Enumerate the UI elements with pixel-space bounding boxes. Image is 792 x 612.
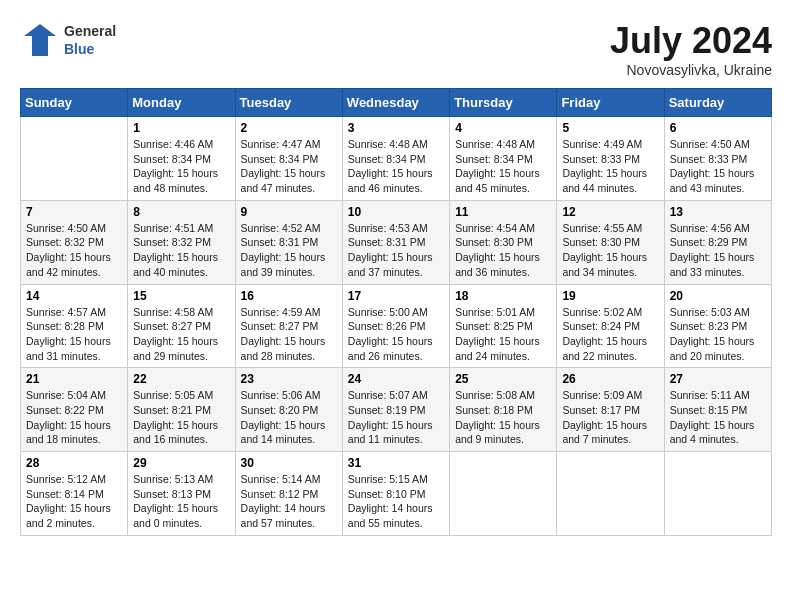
- month-title: July 2024: [610, 20, 772, 62]
- day-info: Sunrise: 4:53 AM Sunset: 8:31 PM Dayligh…: [348, 221, 444, 280]
- day-number: 16: [241, 289, 337, 303]
- day-number: 9: [241, 205, 337, 219]
- calendar-week-row: 21Sunrise: 5:04 AM Sunset: 8:22 PM Dayli…: [21, 368, 772, 452]
- calendar-cell: 3Sunrise: 4:48 AM Sunset: 8:34 PM Daylig…: [342, 117, 449, 201]
- day-info: Sunrise: 5:08 AM Sunset: 8:18 PM Dayligh…: [455, 388, 551, 447]
- calendar-cell: 12Sunrise: 4:55 AM Sunset: 8:30 PM Dayli…: [557, 200, 664, 284]
- column-header-friday: Friday: [557, 89, 664, 117]
- calendar-cell: 7Sunrise: 4:50 AM Sunset: 8:32 PM Daylig…: [21, 200, 128, 284]
- calendar-week-row: 7Sunrise: 4:50 AM Sunset: 8:32 PM Daylig…: [21, 200, 772, 284]
- logo-container: General Blue: [20, 20, 116, 60]
- calendar-cell: 10Sunrise: 4:53 AM Sunset: 8:31 PM Dayli…: [342, 200, 449, 284]
- calendar-cell: 22Sunrise: 5:05 AM Sunset: 8:21 PM Dayli…: [128, 368, 235, 452]
- day-number: 10: [348, 205, 444, 219]
- calendar-cell: 21Sunrise: 5:04 AM Sunset: 8:22 PM Dayli…: [21, 368, 128, 452]
- calendar-cell: 20Sunrise: 5:03 AM Sunset: 8:23 PM Dayli…: [664, 284, 771, 368]
- day-info: Sunrise: 4:54 AM Sunset: 8:30 PM Dayligh…: [455, 221, 551, 280]
- calendar-cell: 30Sunrise: 5:14 AM Sunset: 8:12 PM Dayli…: [235, 452, 342, 536]
- day-info: Sunrise: 5:14 AM Sunset: 8:12 PM Dayligh…: [241, 472, 337, 531]
- column-header-wednesday: Wednesday: [342, 89, 449, 117]
- day-number: 6: [670, 121, 766, 135]
- day-info: Sunrise: 5:07 AM Sunset: 8:19 PM Dayligh…: [348, 388, 444, 447]
- calendar-cell: 8Sunrise: 4:51 AM Sunset: 8:32 PM Daylig…: [128, 200, 235, 284]
- calendar-week-row: 28Sunrise: 5:12 AM Sunset: 8:14 PM Dayli…: [21, 452, 772, 536]
- day-info: Sunrise: 4:55 AM Sunset: 8:30 PM Dayligh…: [562, 221, 658, 280]
- day-info: Sunrise: 5:01 AM Sunset: 8:25 PM Dayligh…: [455, 305, 551, 364]
- day-info: Sunrise: 5:03 AM Sunset: 8:23 PM Dayligh…: [670, 305, 766, 364]
- calendar-cell: 14Sunrise: 4:57 AM Sunset: 8:28 PM Dayli…: [21, 284, 128, 368]
- day-number: 14: [26, 289, 122, 303]
- calendar-cell: 19Sunrise: 5:02 AM Sunset: 8:24 PM Dayli…: [557, 284, 664, 368]
- day-number: 5: [562, 121, 658, 135]
- day-info: Sunrise: 4:49 AM Sunset: 8:33 PM Dayligh…: [562, 137, 658, 196]
- logo: General Blue: [20, 20, 116, 60]
- day-info: Sunrise: 5:00 AM Sunset: 8:26 PM Dayligh…: [348, 305, 444, 364]
- calendar-cell: 18Sunrise: 5:01 AM Sunset: 8:25 PM Dayli…: [450, 284, 557, 368]
- svg-marker-0: [24, 24, 56, 56]
- calendar-cell: 24Sunrise: 5:07 AM Sunset: 8:19 PM Dayli…: [342, 368, 449, 452]
- column-header-saturday: Saturday: [664, 89, 771, 117]
- day-info: Sunrise: 5:09 AM Sunset: 8:17 PM Dayligh…: [562, 388, 658, 447]
- day-number: 18: [455, 289, 551, 303]
- day-info: Sunrise: 5:12 AM Sunset: 8:14 PM Dayligh…: [26, 472, 122, 531]
- day-info: Sunrise: 5:02 AM Sunset: 8:24 PM Dayligh…: [562, 305, 658, 364]
- day-info: Sunrise: 5:05 AM Sunset: 8:21 PM Dayligh…: [133, 388, 229, 447]
- day-info: Sunrise: 5:04 AM Sunset: 8:22 PM Dayligh…: [26, 388, 122, 447]
- day-info: Sunrise: 4:46 AM Sunset: 8:34 PM Dayligh…: [133, 137, 229, 196]
- day-number: 26: [562, 372, 658, 386]
- calendar-cell: 1Sunrise: 4:46 AM Sunset: 8:34 PM Daylig…: [128, 117, 235, 201]
- day-info: Sunrise: 4:48 AM Sunset: 8:34 PM Dayligh…: [455, 137, 551, 196]
- day-info: Sunrise: 4:52 AM Sunset: 8:31 PM Dayligh…: [241, 221, 337, 280]
- day-number: 24: [348, 372, 444, 386]
- calendar-cell: 16Sunrise: 4:59 AM Sunset: 8:27 PM Dayli…: [235, 284, 342, 368]
- calendar-cell: 15Sunrise: 4:58 AM Sunset: 8:27 PM Dayli…: [128, 284, 235, 368]
- day-info: Sunrise: 4:47 AM Sunset: 8:34 PM Dayligh…: [241, 137, 337, 196]
- calendar-cell: [21, 117, 128, 201]
- day-number: 30: [241, 456, 337, 470]
- calendar-week-row: 1Sunrise: 4:46 AM Sunset: 8:34 PM Daylig…: [21, 117, 772, 201]
- column-header-tuesday: Tuesday: [235, 89, 342, 117]
- day-number: 1: [133, 121, 229, 135]
- day-info: Sunrise: 5:06 AM Sunset: 8:20 PM Dayligh…: [241, 388, 337, 447]
- day-number: 23: [241, 372, 337, 386]
- day-number: 17: [348, 289, 444, 303]
- calendar-cell: 25Sunrise: 5:08 AM Sunset: 8:18 PM Dayli…: [450, 368, 557, 452]
- day-info: Sunrise: 4:57 AM Sunset: 8:28 PM Dayligh…: [26, 305, 122, 364]
- day-number: 31: [348, 456, 444, 470]
- calendar-cell: 2Sunrise: 4:47 AM Sunset: 8:34 PM Daylig…: [235, 117, 342, 201]
- day-number: 15: [133, 289, 229, 303]
- calendar-cell: 31Sunrise: 5:15 AM Sunset: 8:10 PM Dayli…: [342, 452, 449, 536]
- calendar-cell: 5Sunrise: 4:49 AM Sunset: 8:33 PM Daylig…: [557, 117, 664, 201]
- column-header-thursday: Thursday: [450, 89, 557, 117]
- calendar-table: SundayMondayTuesdayWednesdayThursdayFrid…: [20, 88, 772, 536]
- calendar-cell: 13Sunrise: 4:56 AM Sunset: 8:29 PM Dayli…: [664, 200, 771, 284]
- location-subtitle: Novovasylivka, Ukraine: [610, 62, 772, 78]
- day-number: 8: [133, 205, 229, 219]
- calendar-cell: [664, 452, 771, 536]
- day-info: Sunrise: 5:15 AM Sunset: 8:10 PM Dayligh…: [348, 472, 444, 531]
- day-info: Sunrise: 4:51 AM Sunset: 8:32 PM Dayligh…: [133, 221, 229, 280]
- page-header: General Blue July 2024 Novovasylivka, Uk…: [20, 20, 772, 78]
- day-info: Sunrise: 4:56 AM Sunset: 8:29 PM Dayligh…: [670, 221, 766, 280]
- calendar-cell: 9Sunrise: 4:52 AM Sunset: 8:31 PM Daylig…: [235, 200, 342, 284]
- day-number: 2: [241, 121, 337, 135]
- column-header-sunday: Sunday: [21, 89, 128, 117]
- day-number: 29: [133, 456, 229, 470]
- calendar-cell: 29Sunrise: 5:13 AM Sunset: 8:13 PM Dayli…: [128, 452, 235, 536]
- day-number: 12: [562, 205, 658, 219]
- day-number: 3: [348, 121, 444, 135]
- calendar-cell: [557, 452, 664, 536]
- day-info: Sunrise: 5:11 AM Sunset: 8:15 PM Dayligh…: [670, 388, 766, 447]
- day-info: Sunrise: 4:50 AM Sunset: 8:32 PM Dayligh…: [26, 221, 122, 280]
- calendar-cell: 27Sunrise: 5:11 AM Sunset: 8:15 PM Dayli…: [664, 368, 771, 452]
- day-number: 11: [455, 205, 551, 219]
- calendar-cell: 28Sunrise: 5:12 AM Sunset: 8:14 PM Dayli…: [21, 452, 128, 536]
- day-number: 19: [562, 289, 658, 303]
- day-info: Sunrise: 4:48 AM Sunset: 8:34 PM Dayligh…: [348, 137, 444, 196]
- calendar-cell: 6Sunrise: 4:50 AM Sunset: 8:33 PM Daylig…: [664, 117, 771, 201]
- day-number: 22: [133, 372, 229, 386]
- calendar-week-row: 14Sunrise: 4:57 AM Sunset: 8:28 PM Dayli…: [21, 284, 772, 368]
- logo-text: General Blue: [64, 22, 116, 58]
- day-info: Sunrise: 4:59 AM Sunset: 8:27 PM Dayligh…: [241, 305, 337, 364]
- day-info: Sunrise: 4:50 AM Sunset: 8:33 PM Dayligh…: [670, 137, 766, 196]
